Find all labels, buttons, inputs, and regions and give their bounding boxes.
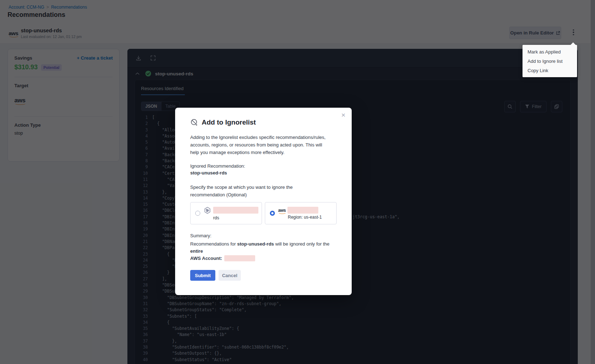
add-to-ignorelist-modal: ✕ Add to Ignorelist Adding to the Ignore… (175, 108, 352, 295)
menu-item[interactable]: Add to Ignore list (523, 56, 577, 66)
submit-button[interactable]: Submit (190, 270, 215, 281)
modal-title: Add to Ignorelist (202, 118, 256, 126)
ignored-recommendation-value: stop-unused-rds (190, 170, 337, 176)
scope-label: Specify the scope at which you want to i… (190, 183, 327, 199)
scope-option-label: rds (213, 215, 258, 220)
summary-text: Recommendations for stop-unused-rds will… (190, 241, 337, 262)
close-icon[interactable]: ✕ (341, 112, 346, 118)
scope-option-label: Region: us-east-1 (288, 215, 322, 220)
ignored-recommendation-label: Ignored Recommendation: (190, 163, 337, 169)
redacted-value (287, 207, 318, 214)
aws-logo: aws (278, 208, 286, 213)
summary-label: Summary: (190, 233, 337, 238)
scope-option-account[interactable]: aws Region: us-east-1 (265, 202, 337, 224)
scope-option-rule[interactable]: rds (190, 202, 262, 224)
ignore-icon (190, 118, 198, 126)
resource-hexagon-icon (203, 206, 211, 214)
redacted-value (224, 255, 255, 261)
context-menu: Mark as AppliedAdd to Ignore listCopy Li… (523, 45, 577, 77)
redacted-value (213, 207, 258, 214)
page: Account: CCM-NG > Recommendations Recomm… (0, 0, 595, 364)
scope-radio[interactable] (270, 211, 275, 216)
menu-item[interactable]: Copy Link (523, 66, 577, 75)
scope-radio[interactable] (195, 211, 200, 216)
modal-description: Adding to the Ignorelist excludes specif… (190, 134, 331, 156)
cancel-button[interactable]: Cancel (219, 270, 241, 281)
menu-item[interactable]: Mark as Applied (523, 47, 577, 56)
